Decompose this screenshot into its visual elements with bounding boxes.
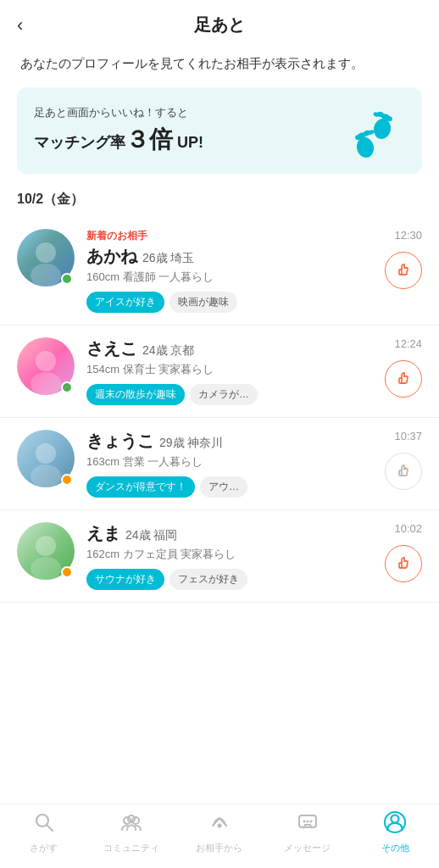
tag: サウナが好き <box>86 569 164 590</box>
like-button[interactable] <box>385 545 422 582</box>
profile-age-location: 24歳 京都 <box>142 343 194 359</box>
profile-tags: サウナが好きフェスが好き <box>86 569 373 590</box>
profile-detail: 154cm 保育士 実家暮らし <box>86 362 373 377</box>
profile-age-location: 24歳 福岡 <box>125 528 177 543</box>
date-label: 10/2（金） <box>0 191 439 217</box>
profile-tags: ダンスが得意です！アウ… <box>86 476 373 498</box>
profile-name: あかね <box>86 245 137 268</box>
banner-main-text: マッチング率３倍 UP! <box>34 124 346 156</box>
time-like-section: 12:24 <box>385 337 422 398</box>
profile-tags: アイスが好き映画が趣味 <box>86 292 373 313</box>
profile-name: えま <box>86 522 120 545</box>
tag: 週末の散歩が趣味 <box>86 384 185 405</box>
svg-point-26 <box>128 815 135 822</box>
nav-item-message[interactable]: メッセージ <box>264 811 352 854</box>
svg-point-17 <box>36 443 56 464</box>
online-indicator <box>61 273 73 285</box>
svg-point-12 <box>31 264 61 287</box>
visit-time: 12:30 <box>394 229 422 242</box>
tag: ダンスが得意です！ <box>86 476 195 498</box>
nav-label-partner: お相手から <box>196 842 242 854</box>
visit-time: 12:24 <box>394 337 422 350</box>
profile-age-location: 26歳 埼玉 <box>142 251 194 266</box>
profile-info: きょうこ29歳 神奈川163cm 営業 一人暮らしダンスが得意です！アウ… <box>86 430 373 498</box>
svg-point-20 <box>36 536 56 556</box>
banner-content: 足あと画面からいいね！すると マッチング率３倍 UP! <box>34 105 346 156</box>
promo-banner: 足あと画面からいいね！すると マッチング率３倍 UP! <box>17 87 422 174</box>
svg-point-11 <box>36 242 56 263</box>
time-like-section: 10:02 <box>385 522 422 582</box>
profile-name-row: さえこ24歳 京都 <box>86 337 373 360</box>
svg-line-23 <box>47 826 53 832</box>
nav-item-search[interactable]: さがす <box>0 811 88 854</box>
nav-item-partner[interactable]: お相手から <box>175 811 264 854</box>
nav-item-community[interactable]: コミュニティ <box>88 811 176 854</box>
bottom-navigation: さがす コミュニティ お相手から <box>0 804 439 868</box>
svg-point-27 <box>217 824 221 828</box>
tag: アウ… <box>200 476 247 498</box>
like-button[interactable] <box>385 360 422 398</box>
nav-label-community: コミュニティ <box>103 842 159 854</box>
avatar <box>17 430 75 487</box>
community-icon <box>120 811 142 838</box>
time-like-section: 12:30 <box>385 229 422 289</box>
visit-time: 10:37 <box>394 430 422 442</box>
nav-label-search: さがす <box>30 842 58 854</box>
header: ‹ 足あと <box>0 0 439 47</box>
time-like-section: 10:37 <box>385 430 422 490</box>
profile-age-location: 29歳 神奈川 <box>159 436 223 451</box>
svg-point-29 <box>303 821 305 823</box>
profile-list: 新着のお相手あかね26歳 埼玉160cm 看護師 一人暮らしアイスが好き映画が趣… <box>0 217 439 603</box>
profile-info: 新着のお相手あかね26歳 埼玉160cm 看護師 一人暮らしアイスが好き映画が趣… <box>86 229 373 313</box>
tag: カメラが… <box>190 384 258 405</box>
profile-info: えま24歳 福岡162cm カフェ定員 実家暮らしサウナが好きフェスが好き <box>86 522 373 590</box>
search-icon <box>33 811 55 838</box>
footprint-icon <box>346 101 405 160</box>
svg-point-18 <box>31 465 61 487</box>
online-indicator <box>61 566 73 578</box>
svg-point-25 <box>132 817 139 824</box>
profile-tags: 週末の散歩が趣味カメラが… <box>86 384 373 405</box>
visit-time: 10:02 <box>394 522 422 535</box>
tag: フェスが好き <box>169 569 247 590</box>
svg-point-30 <box>306 821 308 823</box>
avatar <box>17 522 75 580</box>
profile-info: さえこ24歳 京都154cm 保育士 実家暮らし週末の散歩が趣味カメラが… <box>86 337 373 405</box>
svg-point-21 <box>31 557 61 580</box>
nav-item-other[interactable]: その他 <box>351 811 439 854</box>
like-button[interactable] <box>385 252 422 289</box>
svg-point-31 <box>309 821 312 823</box>
avatar <box>17 337 75 395</box>
nav-label-message: メッセージ <box>284 842 331 854</box>
svg-point-14 <box>36 351 56 371</box>
banner-subtitle: 足あと画面からいいね！すると <box>34 105 346 120</box>
partner-icon <box>208 811 231 838</box>
profile-detail: 160cm 看護師 一人暮らし <box>86 270 373 285</box>
profile-detail: 162cm カフェ定員 実家暮らし <box>86 547 373 562</box>
other-icon <box>384 811 406 838</box>
list-item[interactable]: きょうこ29歳 神奈川163cm 営業 一人暮らしダンスが得意です！アウ…10:… <box>0 418 439 510</box>
svg-point-32 <box>392 815 399 823</box>
list-item[interactable]: えま24歳 福岡162cm カフェ定員 実家暮らしサウナが好きフェスが好き10:… <box>0 510 439 603</box>
new-badge: 新着のお相手 <box>86 229 373 243</box>
online-indicator <box>61 474 73 486</box>
profile-detail: 163cm 営業 一人暮らし <box>86 454 373 470</box>
avatar <box>17 229 75 287</box>
svg-point-15 <box>31 372 61 395</box>
profile-name-row: あかね26歳 埼玉 <box>86 245 373 268</box>
description-text: あなたのプロフィールを見てくれたお相手が表示されます。 <box>0 47 439 87</box>
list-item[interactable]: さえこ24歳 京都154cm 保育士 実家暮らし週末の散歩が趣味カメラが…12:… <box>0 326 439 418</box>
nav-label-other: その他 <box>381 842 409 854</box>
tag: アイスが好き <box>86 292 164 313</box>
tag: 映画が趣味 <box>169 292 237 313</box>
back-button[interactable]: ‹ <box>17 14 23 36</box>
svg-point-24 <box>124 817 131 824</box>
page-title: 足あと <box>17 14 422 36</box>
profile-name-row: えま24歳 福岡 <box>86 522 373 545</box>
like-button[interactable] <box>385 453 422 490</box>
message-icon <box>297 811 319 838</box>
profile-name-row: きょうこ29歳 神奈川 <box>86 430 373 453</box>
profile-name: さえこ <box>86 337 137 360</box>
list-item[interactable]: 新着のお相手あかね26歳 埼玉160cm 看護師 一人暮らしアイスが好き映画が趣… <box>0 217 439 326</box>
profile-name: きょうこ <box>86 430 154 453</box>
